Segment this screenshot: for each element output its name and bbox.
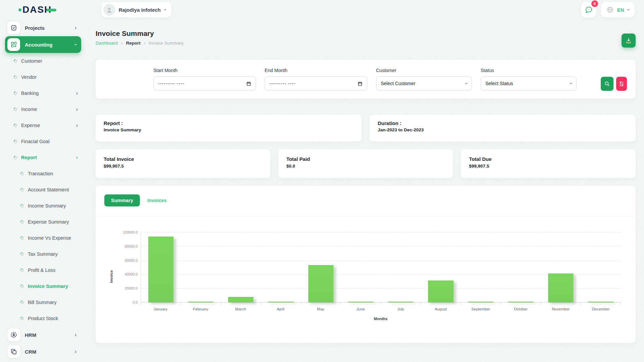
bullet-icon bbox=[13, 107, 18, 112]
sidebar-item-transaction[interactable]: Transaction bbox=[5, 166, 81, 182]
sidebar-item-invoice-summary[interactable]: Invoice Summary bbox=[5, 278, 81, 294]
sidebar-item-income[interactable]: Income› bbox=[5, 101, 81, 117]
bar-slot bbox=[541, 232, 581, 302]
sidebar-item-banking[interactable]: Banking› bbox=[5, 85, 81, 101]
bar-april[interactable] bbox=[268, 302, 293, 302]
y-axis-tick-label: 0.0 bbox=[132, 300, 138, 304]
bullet-icon bbox=[20, 236, 24, 240]
axis-tick bbox=[181, 303, 221, 305]
breadcrumb-dashboard[interactable]: Dashboard bbox=[96, 41, 118, 46]
bar-january[interactable] bbox=[148, 237, 173, 302]
bar-october[interactable] bbox=[508, 302, 534, 302]
sidebar-item-label: Expense bbox=[21, 123, 40, 128]
breadcrumb: Dashboard›Report›Invoice Summary bbox=[96, 41, 184, 46]
bar-chart: Invoice 0.020000.040000.060000.080000.01… bbox=[96, 217, 636, 321]
sidebar-item-projects[interactable]: Projects› bbox=[5, 19, 81, 36]
calendar-icon[interactable] bbox=[246, 81, 251, 86]
axis-tick bbox=[261, 303, 301, 305]
report-label: Report : bbox=[104, 120, 354, 126]
sidebar-item-label: Income Summary bbox=[28, 203, 66, 208]
search-icon bbox=[604, 81, 610, 87]
sidebar-item-finacial-goal[interactable]: Finacial Goal bbox=[5, 133, 81, 149]
sidebar-item-report[interactable]: Report› bbox=[5, 149, 81, 166]
sidebar-item-account-statement[interactable]: Account Statement bbox=[5, 182, 81, 198]
bar-may[interactable] bbox=[308, 265, 333, 302]
bar-august[interactable] bbox=[428, 281, 453, 302]
sidebar-item-tax-summary[interactable]: Tax Summary bbox=[5, 246, 81, 262]
bullet-icon bbox=[20, 187, 24, 192]
status-select[interactable]: Select Status › bbox=[481, 76, 577, 90]
bar-july[interactable] bbox=[388, 302, 414, 303]
bar-march[interactable] bbox=[228, 297, 254, 302]
bar-february[interactable] bbox=[188, 302, 214, 302]
total-paid-label: Total Paid bbox=[286, 156, 445, 162]
bullet-icon bbox=[13, 123, 18, 128]
tab-invoices[interactable]: Invoices bbox=[147, 198, 167, 203]
sidebar-item-income-summary[interactable]: Income Summary bbox=[5, 198, 81, 214]
sidebar-item-label: HRM bbox=[25, 332, 36, 338]
bar-september[interactable] bbox=[468, 302, 493, 302]
sidebar-item-expense-summary[interactable]: Expense Summary bbox=[5, 214, 81, 230]
sidebar-item-accounting[interactable]: Accounting› bbox=[5, 36, 81, 53]
crm-icon bbox=[7, 345, 20, 358]
reset-button[interactable] bbox=[616, 77, 627, 91]
sidebar-item-crm[interactable]: CRM› bbox=[5, 343, 81, 360]
sidebar-item-expense[interactable]: Expense› bbox=[5, 117, 81, 133]
bar-june[interactable] bbox=[348, 302, 374, 303]
sidebar-item-label: Profit & Loss bbox=[28, 267, 55, 273]
download-button[interactable] bbox=[622, 34, 636, 48]
chart-tabs: Summary Invoices bbox=[96, 194, 636, 217]
y-axis-tick-label: 100000.0 bbox=[123, 230, 138, 234]
report-info-card: Report : Invoice Summary bbox=[96, 115, 362, 141]
sidebar-item-label: Report bbox=[21, 155, 37, 160]
bar-november[interactable] bbox=[548, 274, 574, 302]
sidebar-item-product-stock[interactable]: Product Stock bbox=[5, 310, 81, 326]
breadcrumb-report[interactable]: Report bbox=[126, 41, 141, 46]
main-content: Invoice Summary Dashboard›Report›Invoice… bbox=[87, 19, 644, 343]
end-month-label: End Month bbox=[265, 68, 367, 73]
chat-icon bbox=[584, 5, 593, 14]
hrm-icon bbox=[7, 328, 20, 341]
sidebar-item-income-vs-expense[interactable]: Income Vs Expense bbox=[5, 230, 81, 246]
topbar: DASH Rajodiya infotech › 0 bbox=[0, 0, 644, 19]
bullet-icon bbox=[13, 91, 18, 96]
search-button[interactable] bbox=[601, 77, 613, 91]
chevron-right-icon: › bbox=[75, 332, 76, 338]
duration-info-card: Duration : Jan-2023 to Dec-2023 bbox=[370, 115, 636, 141]
start-month-input[interactable]: --------- ---- bbox=[153, 76, 256, 90]
messages-button[interactable]: 0 bbox=[581, 2, 596, 17]
axis-tick bbox=[461, 303, 501, 305]
accounting-icon bbox=[7, 38, 20, 51]
language-selector[interactable]: EN › bbox=[601, 2, 635, 17]
report-value: Invoice Summary bbox=[104, 127, 354, 132]
x-axis-label: December bbox=[581, 307, 621, 311]
app-logo: DASH bbox=[0, 5, 87, 14]
sidebar-item-customer[interactable]: Customer bbox=[5, 53, 81, 69]
bar-december[interactable] bbox=[588, 302, 613, 302]
duration-label: Duration : bbox=[378, 120, 628, 126]
end-month-input[interactable]: --------- ---- bbox=[265, 76, 367, 90]
bullet-icon bbox=[13, 155, 18, 160]
avatar bbox=[104, 4, 115, 15]
bar-slot bbox=[261, 232, 301, 302]
globe-icon bbox=[606, 6, 614, 13]
x-axis-ticks bbox=[141, 303, 621, 305]
sidebar-item-profit-loss[interactable]: Profit & Loss bbox=[5, 262, 81, 278]
sidebar-item-hrm[interactable]: HRM› bbox=[5, 326, 81, 343]
sidebar-item-vendor[interactable]: Vendor bbox=[5, 69, 81, 85]
sidebar-item-label: Invoice Summary bbox=[28, 284, 68, 289]
tab-summary[interactable]: Summary bbox=[104, 194, 140, 206]
bullet-icon bbox=[20, 268, 24, 273]
customer-select[interactable]: Select Customer › bbox=[376, 76, 472, 90]
plot-area: 0.020000.040000.060000.080000.0100000.0 bbox=[141, 232, 621, 303]
y-axis-tick-label: 60000.0 bbox=[125, 258, 138, 262]
sidebar-item-bill-summary[interactable]: Bill Summary bbox=[5, 294, 81, 310]
x-axis-label: June bbox=[341, 307, 381, 311]
notification-badge: 0 bbox=[591, 0, 598, 7]
axis-tick bbox=[301, 303, 341, 305]
language-code: EN bbox=[617, 7, 624, 13]
sidebar-item-label: Accounting bbox=[25, 42, 53, 48]
bar-slot bbox=[501, 232, 541, 302]
calendar-icon[interactable] bbox=[358, 81, 363, 86]
company-selector[interactable]: Rajodiya infotech › bbox=[101, 2, 171, 17]
